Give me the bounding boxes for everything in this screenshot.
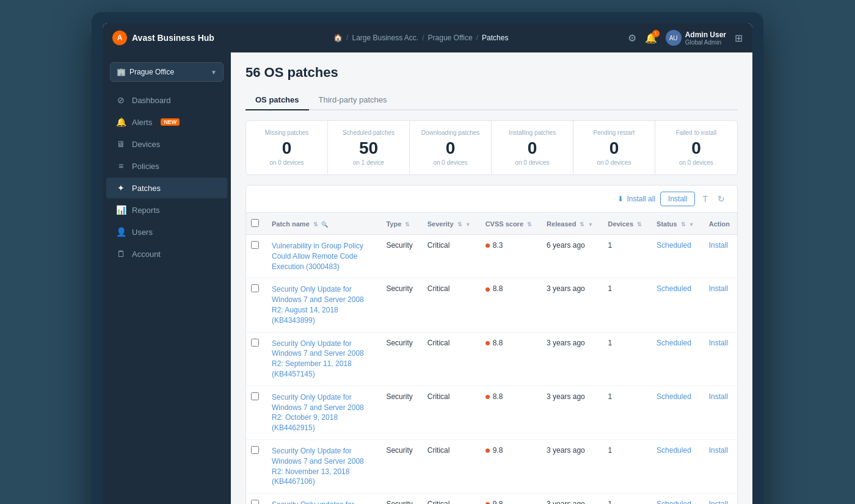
text-icon[interactable]: T [700,192,710,206]
account-icon: 🗒 [116,249,126,259]
col-released[interactable]: Released ⇅ ▼ [539,213,600,235]
sidebar-item-label: Patches [132,184,161,193]
filter-icon: ▼ [588,221,594,228]
cell-severity: Critical [420,332,478,386]
app-name: Avast Business Hub [132,33,214,43]
cell-released: 3 years ago [539,494,600,504]
row-install-button[interactable]: Install [709,339,728,347]
users-icon: 👤 [116,227,126,237]
sort-icon: ⇅ [313,221,318,228]
sidebar-item-patches[interactable]: ✦ Patches [106,178,227,198]
cell-type: Security [379,235,420,278]
status-badge: Scheduled [657,284,691,293]
row-checkbox[interactable] [251,500,259,504]
cvss-dot [486,243,490,248]
breadcrumb-prague-office[interactable]: Prague Office [428,34,473,42]
refresh-icon[interactable]: ↻ [715,192,727,206]
cell-released: 6 years ago [539,235,600,278]
row-checkbox[interactable] [251,339,259,347]
stat-value: 0 [583,140,645,157]
policies-icon: ≡ [116,161,126,171]
cell-severity: Critical [420,386,478,439]
cell-action[interactable]: Install [702,386,737,439]
col-patch-name[interactable]: Patch name ⇅ 🔍 [264,213,379,235]
row-checkbox-cell[interactable] [246,332,264,386]
sort-icon: ⇅ [637,221,642,228]
stat-scheduled-patches: Scheduled patches 50 on 1 device [328,121,410,175]
row-install-button[interactable]: Install [709,500,728,504]
avatar: AU [666,30,682,46]
grid-icon[interactable]: ⊞ [735,32,743,44]
breadcrumb-large-business[interactable]: Large Business Acc. [352,34,418,42]
sidebar-item-policies[interactable]: ≡ Policies [106,156,227,176]
org-selector[interactable]: 🏢 Prague Office ▼ [110,62,224,82]
cell-action[interactable]: Install [702,235,737,278]
sidebar-item-reports[interactable]: 📊 Reports [106,200,227,220]
chevron-down-icon: ▼ [211,69,217,76]
org-name: Prague Office [129,68,174,76]
row-checkbox[interactable] [251,392,259,400]
cell-severity: Critical [420,278,478,332]
stats-row: Missing patches 0 on 0 devices Scheduled… [246,120,738,175]
cell-status: Scheduled [649,386,702,439]
col-cvss-score[interactable]: CVSS score ⇅ [478,213,539,235]
row-checkbox-cell[interactable] [246,278,264,332]
stat-sub: on 0 devices [665,159,727,166]
avast-logo: A [112,31,127,45]
col-severity[interactable]: Severity ⇅ ▼ [420,213,478,235]
select-all-checkbox[interactable] [251,219,259,227]
status-badge: Scheduled [657,446,691,455]
tab-third-party-patches[interactable]: Third-party patches [309,90,397,110]
row-install-button[interactable]: Install [709,392,728,401]
home-icon: 🏠 [333,34,343,42]
row-install-button[interactable]: Install [709,446,728,455]
tabs: OS patches Third-party patches [246,90,738,110]
cell-action[interactable]: Install [702,494,737,504]
sidebar-item-dashboard[interactable]: ⊘ Dashboard [106,90,227,110]
tab-os-patches[interactable]: OS patches [246,90,309,110]
sidebar-item-label: Policies [132,162,159,171]
row-checkbox-cell[interactable] [246,386,264,439]
patch-name-link[interactable]: Vulnerability in Group Policy Could Allo… [272,242,363,271]
cell-action[interactable]: Install [702,332,737,386]
cell-devices: 1 [600,332,649,386]
install-all-button[interactable]: ⬇ Install all [617,195,655,203]
sidebar-item-users[interactable]: 👤 Users [106,221,227,242]
row-checkbox[interactable] [251,446,259,454]
col-action: Action [702,213,737,235]
patch-name-link[interactable]: Security Only Update for Windows 7 and S… [272,393,364,432]
breadcrumb: 🏠 / Large Business Acc. / Prague Office … [333,34,508,42]
select-all-checkbox-cell[interactable] [246,213,264,235]
patch-name-link[interactable]: Security Only Update for Windows 7 and S… [272,447,364,486]
cell-severity: Critical [420,494,478,504]
main-layout: 🏢 Prague Office ▼ ⊘ Dashboard 🔔 Alerts N… [103,52,752,504]
sidebar-item-account[interactable]: 🗒 Account [106,243,227,264]
sidebar-item-alerts[interactable]: 🔔 Alerts NEW [106,112,227,132]
col-type[interactable]: Type ⇅ [379,213,420,235]
row-checkbox-cell[interactable] [246,235,264,278]
col-devices[interactable]: Devices ⇅ [600,213,649,235]
row-install-button[interactable]: Install [709,241,728,250]
notification-icon[interactable]: 🔔 1 [645,32,657,44]
patch-name-link[interactable]: Security Only Update for Windows 7 and S… [272,285,364,324]
row-checkbox-cell[interactable] [246,494,264,504]
row-checkbox[interactable] [251,241,259,249]
cell-status: Scheduled [649,439,702,493]
sidebar-item-devices[interactable]: 🖥 Devices [106,134,227,154]
stat-value: 0 [256,140,318,157]
sort-icon: ⇅ [457,221,462,228]
top-bar: A Avast Business Hub 🏠 / Large Business … [103,23,752,52]
cell-action[interactable]: Install [702,278,737,332]
install-button[interactable]: Install [660,192,695,206]
cell-action[interactable]: Install [702,439,737,493]
row-checkbox-cell[interactable] [246,439,264,493]
patch-name-link[interactable]: Security Only updates for .NET Framework… [272,500,368,504]
row-checkbox[interactable] [251,284,259,292]
table-header-row: Patch name ⇅ 🔍 Type ⇅ Severity [246,213,737,235]
col-status[interactable]: Status ⇅ ▼ [649,213,702,235]
patch-name-link[interactable]: Security Only Update for Windows 7 and S… [272,339,364,378]
cell-devices: 1 [600,494,649,504]
stat-missing-patches: Missing patches 0 on 0 devices [246,121,328,175]
row-install-button[interactable]: Install [709,284,728,293]
settings-icon[interactable]: ⚙ [628,32,636,44]
